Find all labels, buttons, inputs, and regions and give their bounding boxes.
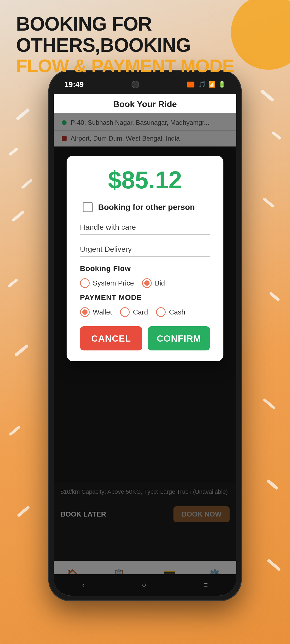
radio-card-label: Card: [133, 308, 148, 316]
booking-flow-options: System Price Bid: [80, 278, 210, 288]
radio-cash[interactable]: Cash: [156, 307, 185, 317]
radio-card-btn[interactable]: [120, 307, 130, 317]
radio-wallet-label: Wallet: [93, 308, 112, 316]
radio-system-price-btn[interactable]: [80, 278, 90, 288]
booking-flow-label: Booking Flow: [80, 264, 210, 273]
urgent-delivery-input[interactable]: [80, 242, 210, 257]
radio-bid-btn[interactable]: [142, 278, 152, 288]
header-title-black: BOOKING FOR OTHERS,BOOKING: [16, 13, 274, 56]
radio-system-price-label: System Price: [93, 279, 134, 287]
notif-icon: [187, 82, 194, 87]
modal-card: $85.12 Booking for other person Booking …: [67, 156, 224, 361]
radio-bid[interactable]: Bid: [142, 278, 165, 288]
status-icons: 🎵 📶 🔋: [187, 81, 226, 88]
wifi-icon: 📶: [208, 81, 216, 88]
radio-system-price[interactable]: System Price: [80, 278, 134, 288]
booking-other-row[interactable]: Booking for other person: [80, 202, 210, 212]
cancel-button[interactable]: CANCEL: [80, 326, 142, 350]
payment-section: PAYMENT MODE Wallet: [80, 293, 210, 317]
radio-cash-btn[interactable]: [156, 307, 166, 317]
radio-card[interactable]: Card: [120, 307, 148, 317]
price-amount: $85.12: [80, 166, 210, 194]
payment-mode-label: PAYMENT MODE: [80, 293, 210, 302]
phone-wrapper: 19:49 🎵 📶 🔋 Book Your Ride P-40: [48, 70, 242, 601]
confirm-button[interactable]: CONFIRM: [148, 326, 210, 350]
phone-screen: 19:49 🎵 📶 🔋 Book Your Ride P-40: [54, 75, 236, 596]
radio-cash-label: Cash: [169, 308, 185, 316]
music-icon: 🎵: [198, 81, 206, 88]
status-bar: 19:49 🎵 📶 🔋: [54, 75, 236, 94]
payment-mode-options: Wallet Card: [80, 307, 210, 317]
battery-icon: 🔋: [218, 81, 226, 88]
modal-overlay: $85.12 Booking for other person Booking …: [54, 113, 236, 596]
radio-wallet[interactable]: Wallet: [80, 307, 112, 317]
handle-care-input[interactable]: [80, 220, 210, 235]
status-time: 19:49: [64, 80, 84, 89]
camera-notch: [132, 81, 139, 88]
booking-other-checkbox[interactable]: [83, 202, 93, 212]
phone-frame: 19:49 🎵 📶 🔋 Book Your Ride P-40: [48, 70, 242, 601]
book-ride-title: Book Your Ride: [113, 99, 177, 109]
app-background: Book Your Ride P-40, Subhash Nagar, Basu…: [54, 94, 236, 596]
header-section: BOOKING FOR OTHERS,BOOKING FLOW & PAYMEN…: [16, 13, 274, 76]
book-ride-header: Book Your Ride: [54, 94, 236, 115]
modal-buttons: CANCEL CONFIRM: [80, 326, 210, 350]
radio-wallet-btn[interactable]: [80, 307, 90, 317]
header-title-orange: FLOW & PAYMENT MODE: [16, 56, 274, 76]
radio-bid-label: Bid: [155, 279, 165, 287]
booking-other-label: Booking for other person: [98, 203, 195, 212]
